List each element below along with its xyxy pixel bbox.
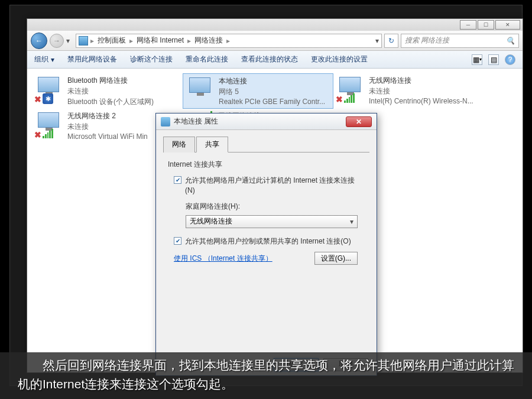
connection-item-wireless[interactable]: ✖ 无线网络连接未连接Intel(R) Centrino(R) Wireless… [333, 73, 484, 109]
connection-status: 未连接 [67, 86, 154, 96]
back-button[interactable]: ← [31, 33, 47, 49]
titlebar: ─ ☐ ✕ [27, 19, 523, 31]
dropdown-value: 无线网络连接 [190, 216, 232, 226]
settings-button[interactable]: 设置(G)... [314, 252, 358, 265]
x-icon: ✖ [34, 95, 43, 103]
refresh-button[interactable]: ↻ [384, 34, 398, 48]
tab-sharing[interactable]: 共享 [196, 137, 228, 153]
tab-network[interactable]: 网络 [163, 137, 195, 153]
search-placeholder: 搜索 网络连接 [405, 35, 449, 46]
minimize-button[interactable]: ─ [460, 20, 476, 30]
toolbar: 组织▾ 禁用此网络设备 诊断这个连接 重命名此连接 查看此连接的状态 更改此连接… [27, 51, 523, 69]
connection-item-bluetooth[interactable]: ✖✱ Bluetooth 网络连接未连接Bluetooth 设备(个人区域网) [32, 73, 183, 109]
chevron-right-icon: ▸ [186, 37, 192, 45]
wifi-icon [43, 129, 53, 140]
connection-status: 网络 5 [219, 87, 325, 97]
allow-control-label: 允许其他网络用户控制或禁用共享的 Internet 连接(O) [185, 236, 351, 246]
adapter-icon [189, 77, 210, 93]
connection-name: 无线网络连接 [369, 76, 473, 86]
connection-name: 无线网络连接 2 [67, 111, 148, 121]
dialog-titlebar[interactable]: 本地连接 属性 ✕ [156, 113, 377, 130]
toolbar-diagnose[interactable]: 诊断这个连接 [130, 54, 173, 64]
chevron-right-icon: ▸ [89, 37, 95, 45]
ics-help-link[interactable]: 使用 ICS （Internet 连接共享） [174, 254, 273, 264]
connection-device: Intel(R) Centrino(R) Wireless-N... [369, 97, 473, 105]
breadcrumb-item[interactable]: 控制面板 [96, 35, 127, 46]
forward-button[interactable]: → [50, 34, 64, 48]
search-input[interactable]: 搜索 网络连接 🔍 [401, 34, 519, 48]
adapter-icon [38, 112, 59, 128]
chevron-down-icon: ▾ [51, 56, 54, 64]
connection-name: 本地连接 [219, 76, 325, 86]
connection-item-local[interactable]: 本地连接网络 5Realtek PCIe GBE Family Contr... [183, 73, 333, 109]
allow-sharing-label: 允许其他网络用户通过此计算机的 Internet 连接来连接(N) [185, 176, 365, 196]
connection-device: Bluetooth 设备(个人区域网) [67, 97, 154, 106]
connection-status: 未连接 [67, 122, 148, 132]
chevron-down-icon: ▾ [350, 218, 353, 226]
x-icon: ✖ [336, 95, 344, 103]
navbar: ← → ▾ ▸ 控制面板 ▸ 网络和 Internet ▸ 网络连接 ▸ ▾ ↻… [27, 31, 523, 51]
close-button[interactable]: ✕ [495, 20, 520, 30]
connection-device: Realtek PCIe GBE Family Contr... [219, 98, 325, 106]
group-label: Internet 连接共享 [168, 160, 369, 170]
preview-pane-button[interactable]: ▤ [488, 54, 499, 65]
dialog-title: 本地连接 属性 [174, 116, 218, 126]
view-options-button[interactable]: ▦▾ [472, 54, 482, 65]
breadcrumb[interactable]: ▸ 控制面板 ▸ 网络和 Internet ▸ 网络连接 ▸ ▾ [76, 34, 382, 48]
adapter-icon [339, 77, 361, 92]
connection-status: 未连接 [369, 86, 473, 96]
control-panel-icon [79, 36, 88, 46]
home-network-dropdown[interactable]: 无线网络连接 ▾ [186, 215, 358, 228]
toolbar-rename[interactable]: 重命名此连接 [186, 54, 228, 64]
help-button[interactable]: ? [505, 54, 515, 65]
chevron-down-icon[interactable]: ▾ [375, 37, 379, 45]
properties-dialog: 本地连接 属性 ✕ 网络 共享 Internet 连接共享 ✔ 允许其他网络用户… [155, 113, 377, 376]
caption-overlay: 然后回到网络连接界面，找到本地连接里的共享选项，将允许其他网络用户通过此计算机的… [0, 352, 532, 399]
connection-name: Bluetooth 网络连接 [67, 76, 154, 86]
toolbar-disable[interactable]: 禁用此网络设备 [67, 54, 117, 64]
chevron-right-icon: ▸ [225, 37, 231, 45]
allow-sharing-checkbox[interactable]: ✔ [174, 176, 181, 184]
x-icon: ✖ [34, 130, 43, 138]
allow-control-checkbox[interactable]: ✔ [174, 237, 181, 245]
home-network-label: 家庭网络连接(H): [186, 202, 365, 212]
connection-device: Microsoft Virtual WiFi Min [67, 132, 148, 141]
toolbar-status[interactable]: 查看此连接的状态 [241, 54, 298, 64]
search-icon: 🔍 [506, 37, 515, 45]
maximize-button[interactable]: ☐ [478, 20, 494, 30]
wifi-icon [344, 93, 355, 104]
organize-menu[interactable]: 组织▾ [34, 54, 54, 64]
toolbar-change-settings[interactable]: 更改此连接的设置 [311, 54, 368, 64]
adapter-icon [38, 77, 59, 92]
bluetooth-icon: ✱ [43, 93, 53, 104]
breadcrumb-item[interactable]: 网络连接 [193, 35, 224, 46]
dialog-close-button[interactable]: ✕ [346, 116, 372, 127]
breadcrumb-item[interactable]: 网络和 Internet [135, 35, 185, 46]
nav-history-dropdown[interactable]: ▾ [66, 37, 73, 45]
chevron-right-icon: ▸ [128, 37, 134, 45]
adapter-icon [161, 117, 170, 126]
tab-strip: 网络 共享 [163, 136, 369, 153]
dialog-body: 网络 共享 Internet 连接共享 ✔ 允许其他网络用户通过此计算机的 In… [156, 130, 377, 271]
